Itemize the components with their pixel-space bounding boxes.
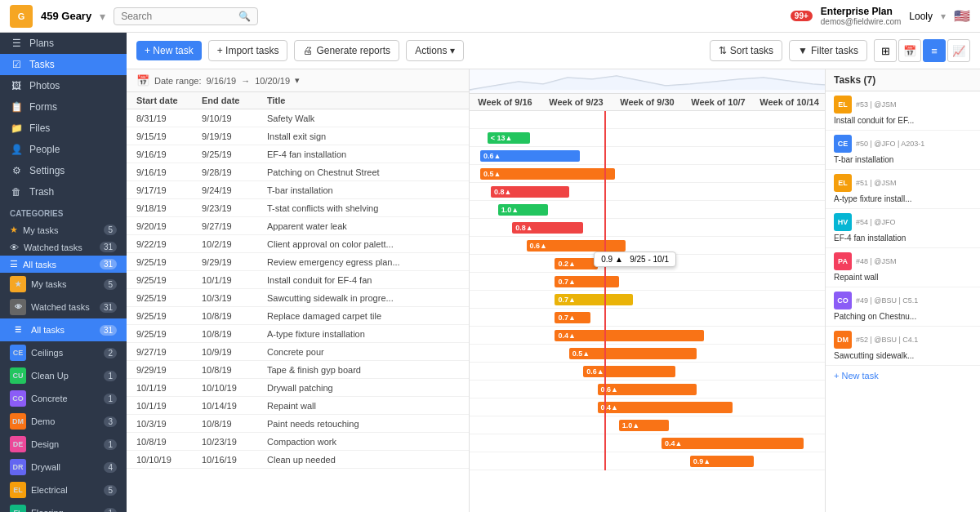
gantt-bar[interactable]: 0.8▲: [491, 186, 569, 198]
sidebar-category-electrical[interactable]: ELElectrical5: [0, 479, 127, 501]
gantt-row[interactable]: 8/31/19 9/10/19 Safety Walk: [127, 109, 469, 127]
gantt-row[interactable]: 9/17/19 9/24/19 T-bar installation: [127, 181, 469, 199]
sidebar-category-ceilings[interactable]: CECeilings2: [0, 341, 127, 364]
sidebar-item-files[interactable]: 📁 Files: [0, 118, 127, 139]
task-item[interactable]: DM #52 | @BSU | C4.1 Sawcutting sidewalk…: [826, 327, 980, 366]
view-grid-button[interactable]: ⊞: [874, 39, 897, 62]
sidebar-category-design[interactable]: DEDesign1: [0, 433, 127, 456]
task-item[interactable]: EL #53 | @JSM Install conduit for EF...: [826, 91, 980, 131]
tasks-panel-add-button[interactable]: + New task: [826, 366, 980, 385]
sidebar-item-people[interactable]: 👤 People: [0, 139, 127, 160]
actions-button[interactable]: Actions ▾: [406, 40, 464, 61]
gantt-bar[interactable]: 0.6▲: [527, 240, 626, 252]
sidebar-category-flooring[interactable]: FLFlooring1: [0, 501, 127, 512]
gantt-bar[interactable]: 0.5▲: [480, 168, 615, 180]
gantt-row[interactable]: 10/3/19 10/8/19 Paint needs retouching: [127, 415, 469, 433]
gantt-row[interactable]: 9/25/19 10/8/19 A-type fixture installat…: [127, 325, 469, 343]
gantt-table-header: Start date End date Title: [127, 92, 469, 109]
today-line: [604, 111, 606, 470]
sidebar-item-plans[interactable]: ☰ Plans: [0, 33, 127, 54]
gantt-bar[interactable]: 0.6▲: [583, 366, 675, 377]
gantt-row[interactable]: 9/15/19 9/19/19 Install exit sign: [127, 127, 469, 145]
sidebar-category-my-tasks[interactable]: ★My tasks5: [0, 273, 127, 296]
gantt-bar[interactable]: 0.4▲: [555, 330, 704, 341]
gantt-bar[interactable]: 1.0▲: [619, 420, 669, 431]
sidebar-item-settings[interactable]: ⚙ Settings: [0, 160, 127, 181]
task-item[interactable]: HV #54 | @JFO EF-4 fan installation: [826, 209, 980, 248]
sidebar-item-forms[interactable]: 📋 Forms: [0, 96, 127, 118]
gantt-row[interactable]: 9/29/19 10/8/19 Tape & finish gyp board: [127, 361, 469, 379]
gantt-row[interactable]: 9/22/19 10/2/19 Client approval on color…: [127, 235, 469, 253]
sidebar-category-drywall[interactable]: DRDrywall4: [0, 456, 127, 479]
gantt-bar[interactable]: 0.4▲: [662, 438, 804, 449]
view-gantt-button[interactable]: ≡: [923, 39, 946, 62]
filter-tasks-button[interactable]: ▼ Filter tasks: [789, 40, 867, 61]
task-item[interactable]: CE #50 | @JFO | A203-1 T-bar installatio…: [826, 131, 980, 170]
gantt-bar[interactable]: 0.7▲: [555, 276, 618, 287]
project-avatar[interactable]: G: [10, 5, 33, 28]
view-icons: ⊞ 📅 ≡ 📈: [874, 39, 970, 62]
sidebar-category-cleanup[interactable]: CUClean Up1: [0, 364, 127, 387]
gantt-bar[interactable]: 0.9▲: [690, 456, 754, 467]
cat-icon-electrical: EL: [10, 482, 26, 498]
gantt-bar[interactable]: 0.5▲: [569, 348, 697, 359]
gantt-bar[interactable]: 0.6▲: [480, 150, 580, 162]
plans-icon: ☰: [10, 38, 23, 49]
cat-label-my-tasks: My tasks: [23, 225, 58, 235]
gantt-row[interactable]: 9/16/19 9/28/19 Patching on Chestnut Str…: [127, 163, 469, 181]
sidebar-category-all-tasks[interactable]: ☰All tasks31: [0, 318, 127, 341]
gantt-row[interactable]: 10/1/19 10/14/19 Repaint wall: [127, 397, 469, 415]
project-dropdown-icon[interactable]: ▾: [100, 10, 105, 23]
gantt-bar[interactable]: 0.2▲: [555, 258, 597, 269]
gantt-bar[interactable]: 0.4▲: [598, 402, 733, 413]
gantt-bar[interactable]: 0.8▲: [512, 222, 583, 234]
gantt-bar[interactable]: < 13▲: [488, 132, 530, 144]
user-dropdown-icon[interactable]: ▾: [941, 11, 946, 22]
gantt-row[interactable]: 9/25/19 10/3/19 Sawcutting sidewalk in p…: [127, 289, 469, 307]
task-item[interactable]: EL #51 | @JSM A-type fixture install...: [826, 170, 980, 209]
gantt-bar[interactable]: 0.7▲: [555, 294, 633, 305]
gantt-row[interactable]: 10/10/19 10/16/19 Clean up needed: [127, 451, 469, 469]
sidebar-category-watched[interactable]: 👁 Watched tasks 31: [0, 238, 127, 256]
sidebar: ☰ Plans ☑ Tasks 🖼 Photos 📋 Forms 📁 Files…: [0, 33, 127, 512]
sidebar-category-my-tasks[interactable]: ★ My tasks 5: [0, 221, 127, 238]
sidebar-category-demo[interactable]: DMDemo3: [0, 410, 127, 433]
cat-label-demo: Demo: [31, 416, 55, 426]
sort-tasks-button[interactable]: ⇅ Sort tasks: [710, 40, 782, 61]
sidebar-item-tasks[interactable]: ☑ Tasks: [0, 54, 127, 75]
date-to: 10/20/19: [255, 76, 290, 86]
sidebar-category-all-tasks[interactable]: ☰ All tasks 31: [0, 256, 127, 273]
view-calendar-button[interactable]: 📅: [898, 39, 921, 62]
sidebar-category-watched[interactable]: 👁Watched tasks31: [0, 296, 127, 318]
search-input[interactable]: [121, 11, 235, 22]
gantt-bar[interactable]: 1.0▲: [498, 204, 548, 216]
printer-icon: 🖨: [303, 45, 313, 56]
cell-title: EF-4 fan installation: [267, 149, 459, 159]
gantt-row[interactable]: 10/1/19 10/10/19 Drywall patching: [127, 379, 469, 397]
import-tasks-button[interactable]: + Import tasks: [208, 40, 288, 61]
task-item[interactable]: PA #48 | @JSM Repaint wall: [826, 248, 980, 287]
new-task-button[interactable]: + New task: [136, 41, 202, 60]
gantt-row[interactable]: 9/16/19 9/25/19 EF-4 fan installation: [127, 145, 469, 163]
sidebar-item-trash[interactable]: 🗑 Trash: [0, 181, 127, 203]
generate-reports-button[interactable]: 🖨 Generate reports: [294, 40, 399, 61]
view-chart-button[interactable]: 📈: [947, 39, 970, 62]
sidebar-item-photos[interactable]: 🖼 Photos: [0, 75, 127, 96]
gantt-row[interactable]: 10/8/19 10/23/19 Compaction work: [127, 433, 469, 451]
gantt-row[interactable]: 9/18/19 9/23/19 T-stat conflicts with sh…: [127, 199, 469, 217]
gantt-bar[interactable]: 0.7▲: [555, 312, 590, 323]
cell-end: 10/8/19: [202, 419, 267, 429]
gantt-row[interactable]: 9/25/19 10/8/19 Replace damaged carpet t…: [127, 307, 469, 325]
sidebar-category-concrete[interactable]: COConcrete1: [0, 387, 127, 410]
toolbar-right: ⇅ Sort tasks ▼ Filter tasks ⊞ 📅 ≡ 📈: [710, 39, 970, 62]
task-title: Repaint wall: [834, 272, 972, 283]
task-item[interactable]: CO #49 | @BSU | C5.1 Patching on Chestnu…: [826, 287, 980, 327]
cell-start: 9/25/19: [136, 293, 202, 303]
sort-icon: ⇅: [719, 45, 727, 56]
gantt-row[interactable]: 9/20/19 9/27/19 Apparent water leak: [127, 217, 469, 235]
gantt-row[interactable]: 9/25/19 9/29/19 Review emergency egress …: [127, 253, 469, 271]
gantt-row[interactable]: 9/27/19 10/9/19 Concrete pour: [127, 343, 469, 361]
cell-start: 9/25/19: [136, 311, 202, 321]
gantt-row[interactable]: 9/25/19 10/1/19 Install conduit for EF-4…: [127, 271, 469, 289]
gantt-bar[interactable]: 0.6▲: [598, 384, 697, 395]
